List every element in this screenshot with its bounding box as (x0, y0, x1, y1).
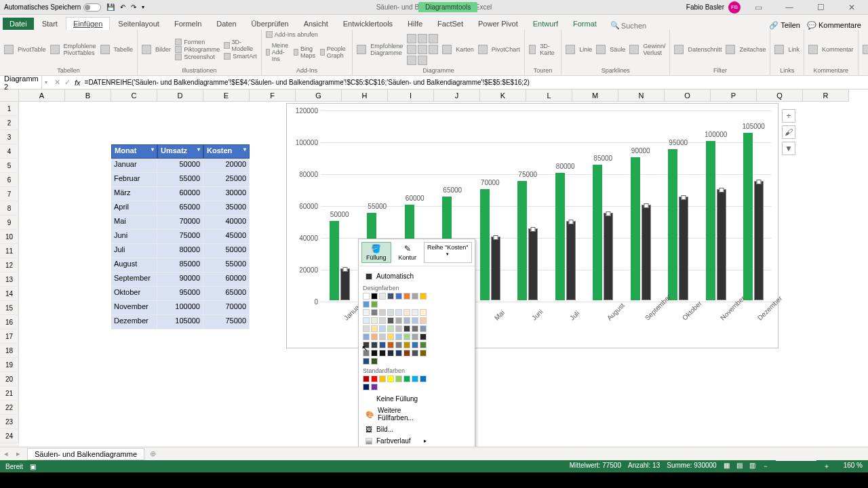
column-header[interactable]: D (157, 89, 203, 102)
color-swatch[interactable] (420, 317, 427, 324)
chart-bar[interactable] (517, 181, 527, 300)
table-cell[interactable]: August (111, 258, 157, 272)
color-swatch[interactable] (403, 342, 410, 348)
search-input[interactable] (621, 22, 662, 30)
3dmodels-button[interactable]: 3D-Modelle (224, 39, 257, 52)
color-swatch[interactable] (363, 309, 370, 316)
row-header[interactable]: 21 (0, 386, 19, 401)
recommended-pivot-button[interactable]: Empfohlene PivotTables (50, 43, 96, 56)
autosave-toggle[interactable]: Automatisches Speichern (4, 3, 101, 12)
color-swatch[interactable] (420, 350, 427, 357)
minimize-icon[interactable]: — (776, 3, 803, 12)
column-header[interactable]: B (65, 89, 111, 102)
pivottable-button[interactable]: PivotTable (4, 45, 46, 54)
redo-icon[interactable]: ↷ (131, 3, 136, 11)
color-swatch[interactable] (412, 293, 418, 300)
table-cell[interactable]: Februar (111, 173, 157, 187)
sparkline-column-button[interactable]: Säule (596, 45, 625, 54)
column-header[interactable]: I (388, 89, 434, 102)
color-swatch[interactable] (387, 342, 394, 348)
color-swatch[interactable] (412, 309, 418, 316)
column-header[interactable]: P (711, 89, 757, 102)
close-icon[interactable]: ✕ (838, 3, 865, 12)
pivotchart-button[interactable]: PivotChart (478, 45, 520, 54)
table-header[interactable]: Umsatz▾ (157, 144, 203, 159)
people-graph-button[interactable]: People Graph (320, 42, 348, 62)
chart-bar[interactable] (631, 157, 640, 301)
chart-type-icon[interactable] (407, 45, 416, 54)
color-swatch[interactable] (371, 384, 378, 390)
chart-bar[interactable] (340, 268, 350, 300)
column-header[interactable]: R (803, 89, 849, 102)
chart-type-icon[interactable] (429, 45, 438, 54)
color-swatch[interactable] (412, 317, 418, 324)
table-cell[interactable]: 55000 (157, 173, 203, 187)
table-cell[interactable]: 70000 (157, 216, 203, 230)
table-cell[interactable]: 60000 (157, 187, 203, 201)
smartart-button[interactable]: SmartArt (224, 53, 257, 60)
table-cell[interactable]: 60000 (203, 272, 250, 287)
color-swatch[interactable] (371, 293, 378, 300)
series-selector[interactable]: Reihe "Kosten" ▾ (424, 242, 471, 263)
sheet-nav-next-icon[interactable]: ▸ (12, 449, 24, 458)
screenshot-button[interactable]: Screenshot (175, 54, 220, 60)
zoom-level[interactable]: 160 % (844, 462, 863, 471)
color-swatch[interactable] (379, 342, 386, 348)
column-header[interactable]: O (665, 89, 711, 102)
color-swatch[interactable] (395, 333, 402, 340)
color-swatch[interactable] (363, 358, 370, 365)
row-header[interactable]: 22 (0, 401, 19, 415)
column-header[interactable]: C (111, 89, 157, 102)
tab-einfuegen[interactable]: Einfügen (66, 17, 110, 30)
table-cell[interactable]: 85000 (157, 258, 203, 272)
ribbon-options-icon[interactable]: ▭ (745, 3, 772, 12)
column-header[interactable]: F (250, 89, 296, 102)
color-swatch[interactable] (363, 384, 370, 390)
table-cell[interactable]: 75000 (203, 315, 250, 329)
table-cell[interactable]: 35000 (203, 201, 250, 216)
chart-styles-button[interactable]: 🖌 (782, 125, 795, 139)
tab-format[interactable]: Format (566, 18, 604, 30)
color-swatch[interactable] (371, 350, 378, 357)
row-header[interactable]: 2 (0, 116, 19, 130)
table-button[interactable]: Tabelle (100, 45, 134, 54)
3dmap-button[interactable]: 3D-Karte (529, 43, 557, 56)
table-cell[interactable]: Juni (111, 230, 157, 244)
textbox-button[interactable]: Textfeld (863, 45, 868, 54)
row-header[interactable]: 9 (0, 216, 19, 230)
sparkline-line-button[interactable]: Linie (566, 45, 592, 54)
comment-button[interactable]: Kommentar (808, 45, 854, 54)
view-pagebreak-icon[interactable]: ▥ (749, 462, 755, 471)
confirm-formula-icon[interactable]: ✓ (64, 78, 71, 87)
outline-button[interactable]: ✎Kontur (394, 242, 422, 263)
color-swatch[interactable] (371, 325, 378, 332)
row-header[interactable]: 16 (0, 315, 19, 329)
color-swatch[interactable] (371, 342, 378, 348)
color-swatch[interactable] (387, 375, 394, 382)
row-header[interactable]: 12 (0, 258, 19, 272)
table-cell[interactable]: 20000 (203, 159, 250, 173)
color-swatch[interactable] (363, 317, 370, 324)
fill-button[interactable]: 🪣Füllung (361, 242, 391, 263)
color-swatch[interactable] (387, 333, 394, 340)
tab-datei[interactable]: Datei (3, 18, 34, 30)
row-header[interactable]: 23 (0, 415, 19, 429)
tab-formeln[interactable]: Formeln (167, 18, 208, 30)
table-cell[interactable]: 50000 (203, 244, 250, 258)
table-cell[interactable]: 100000 (157, 301, 203, 315)
column-header[interactable]: A (19, 89, 65, 102)
table-cell[interactable]: 65000 (203, 287, 250, 301)
color-swatch[interactable] (387, 309, 394, 316)
tab-seitenlayout[interactable]: Seitenlayout (111, 18, 166, 30)
save-icon[interactable]: 💾 (106, 3, 115, 11)
row-header[interactable]: 17 (0, 329, 19, 344)
table-cell[interactable]: 90000 (157, 272, 203, 287)
color-swatch[interactable] (403, 333, 410, 340)
gradient-fill-item[interactable]: Farbverlauf▸ (363, 435, 429, 447)
chart-type-icon[interactable] (429, 34, 438, 43)
chart-elements-button[interactable]: + (782, 109, 795, 123)
table-cell[interactable]: 30000 (203, 187, 250, 201)
tab-start[interactable]: Start (35, 18, 64, 30)
color-swatch[interactable] (387, 325, 394, 332)
zoom-in-icon[interactable]: ＋ (823, 462, 830, 471)
